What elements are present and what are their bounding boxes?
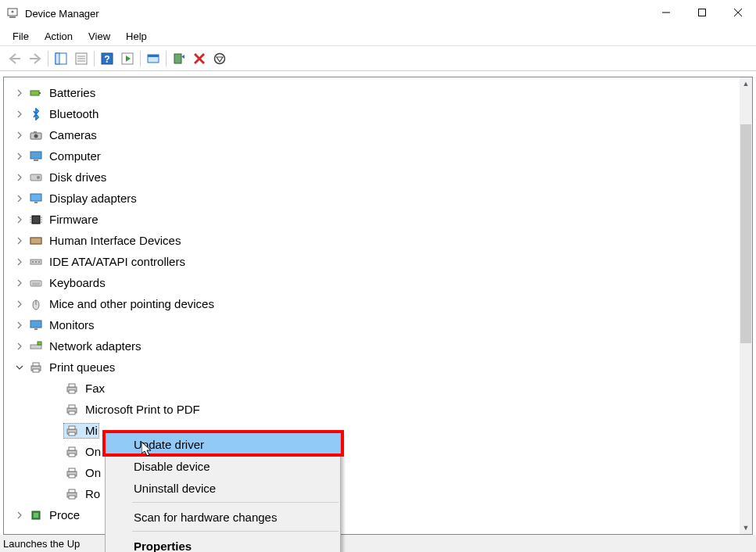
tree-node-label: Print queues bbox=[49, 360, 115, 374]
tree-node-label: Mi bbox=[85, 424, 98, 437]
scroll-up-arrow[interactable]: ▲ bbox=[740, 77, 752, 90]
menu-file[interactable]: File bbox=[5, 29, 37, 44]
expander-icon[interactable] bbox=[15, 278, 24, 288]
expander-icon[interactable] bbox=[15, 299, 24, 309]
firmware-icon bbox=[29, 213, 43, 227]
svg-rect-29 bbox=[34, 131, 37, 133]
tree-node[interactable]: Monitors bbox=[4, 314, 740, 335]
svg-rect-69 bbox=[69, 432, 75, 436]
svg-rect-59 bbox=[33, 363, 39, 366]
scan-hardware-button[interactable] bbox=[170, 49, 188, 68]
expander-icon[interactable] bbox=[15, 321, 24, 330]
cursor-pointer-icon bbox=[142, 442, 154, 457]
context-menu-item[interactable]: Scan for hardware changes bbox=[106, 506, 340, 528]
printer-icon bbox=[29, 360, 43, 375]
expander-icon[interactable] bbox=[15, 131, 24, 140]
tree-child-node[interactable]: Microsoft Print to PDF bbox=[4, 399, 740, 420]
expander-icon[interactable] bbox=[15, 88, 24, 98]
svg-point-33 bbox=[37, 176, 40, 179]
tree-node[interactable]: Computer bbox=[4, 145, 740, 167]
menu-action[interactable]: Action bbox=[37, 29, 81, 44]
context-menu-item[interactable]: Update driver bbox=[106, 433, 340, 455]
svg-rect-63 bbox=[69, 390, 75, 393]
svg-point-48 bbox=[38, 261, 40, 263]
help-button[interactable]: ? bbox=[98, 49, 116, 68]
close-button[interactable] bbox=[720, 0, 756, 25]
svg-rect-68 bbox=[69, 426, 75, 429]
expander-icon[interactable] bbox=[15, 194, 24, 203]
expander-icon[interactable] bbox=[15, 215, 24, 224]
expander-icon[interactable] bbox=[15, 342, 24, 351]
svg-marker-20 bbox=[181, 55, 185, 59]
tree-node[interactable]: Human Interface Devices bbox=[4, 230, 740, 251]
svg-rect-30 bbox=[30, 152, 41, 159]
expander-icon[interactable] bbox=[15, 109, 24, 119]
context-menu-item[interactable]: Properties bbox=[106, 535, 340, 552]
maximize-button[interactable] bbox=[684, 0, 720, 25]
svg-point-2 bbox=[12, 11, 14, 13]
tree-node-label: Keyboards bbox=[49, 276, 106, 289]
battery-icon bbox=[29, 86, 43, 100]
context-menu: Update driverDisable deviceUninstall dev… bbox=[105, 432, 341, 552]
bluetooth-icon bbox=[29, 107, 43, 121]
expander-icon[interactable] bbox=[15, 173, 24, 182]
expander-icon[interactable] bbox=[15, 257, 24, 267]
svg-rect-55 bbox=[34, 328, 38, 330]
uninstall-button[interactable] bbox=[190, 49, 209, 68]
tree-node-label: Fax bbox=[85, 382, 105, 395]
back-button[interactable] bbox=[5, 49, 24, 68]
tree-node-label: Proce bbox=[49, 508, 80, 522]
svg-rect-65 bbox=[69, 405, 75, 408]
ide-icon bbox=[29, 255, 43, 269]
tree-node-label: Firmware bbox=[49, 213, 99, 226]
svg-rect-4 bbox=[699, 9, 706, 16]
tree-child-node[interactable]: Fax bbox=[4, 378, 740, 399]
tree-node[interactable]: Display adapters bbox=[4, 188, 740, 209]
minimize-button[interactable] bbox=[648, 0, 684, 25]
update-driver-button[interactable] bbox=[144, 49, 163, 68]
svg-rect-34 bbox=[30, 194, 41, 201]
tree-node[interactable]: Disk drives bbox=[4, 167, 740, 188]
svg-rect-57 bbox=[38, 342, 41, 345]
tree-node[interactable]: Bluetooth bbox=[4, 103, 740, 124]
hid-icon bbox=[29, 234, 43, 248]
svg-rect-66 bbox=[69, 411, 75, 414]
svg-rect-25 bbox=[30, 91, 39, 95]
tree-node[interactable]: IDE ATA/ATAPI controllers bbox=[4, 251, 740, 272]
svg-rect-75 bbox=[69, 475, 75, 478]
expander-icon[interactable] bbox=[15, 236, 24, 246]
tree-node-label: Cameras bbox=[49, 128, 97, 142]
tree-node[interactable]: Firmware bbox=[4, 209, 740, 230]
tree-node[interactable]: Cameras bbox=[4, 124, 740, 145]
disk-icon bbox=[29, 170, 43, 185]
action-button[interactable] bbox=[118, 49, 137, 68]
scroll-down-arrow[interactable]: ▼ bbox=[740, 522, 752, 534]
context-menu-item[interactable]: Disable device bbox=[106, 455, 340, 477]
show-hide-tree-button[interactable] bbox=[52, 49, 70, 68]
expander-icon[interactable] bbox=[15, 363, 24, 372]
expander-icon[interactable] bbox=[15, 152, 24, 161]
tree-node[interactable]: Mice and other pointing devices bbox=[4, 293, 740, 314]
menu-help[interactable]: Help bbox=[118, 29, 155, 44]
svg-rect-31 bbox=[34, 160, 38, 161]
statusbar-text: Launches the Up bbox=[3, 538, 80, 550]
tree-node[interactable]: Keyboards bbox=[4, 272, 740, 293]
tree-node[interactable]: Batteries bbox=[4, 82, 740, 103]
menubar: File Action View Help bbox=[0, 27, 756, 45]
context-menu-item[interactable]: Uninstall device bbox=[106, 477, 340, 499]
properties-button[interactable] bbox=[72, 49, 91, 68]
tree-node[interactable]: Print queues bbox=[4, 357, 740, 378]
monitor-icon bbox=[29, 318, 43, 332]
printer-icon bbox=[65, 445, 79, 459]
forward-button[interactable] bbox=[26, 49, 45, 68]
disable-button[interactable] bbox=[210, 49, 229, 68]
expander-icon[interactable] bbox=[15, 511, 24, 520]
tree-node[interactable]: Network adapters bbox=[4, 335, 740, 357]
vertical-scrollbar[interactable]: ▲ ▼ bbox=[740, 77, 752, 534]
svg-rect-56 bbox=[30, 345, 41, 349]
svg-point-46 bbox=[32, 261, 34, 263]
menu-view[interactable]: View bbox=[81, 29, 118, 44]
scrollbar-thumb[interactable] bbox=[740, 124, 751, 343]
tree-node-label: Computer bbox=[49, 149, 101, 163]
svg-point-47 bbox=[35, 261, 37, 263]
